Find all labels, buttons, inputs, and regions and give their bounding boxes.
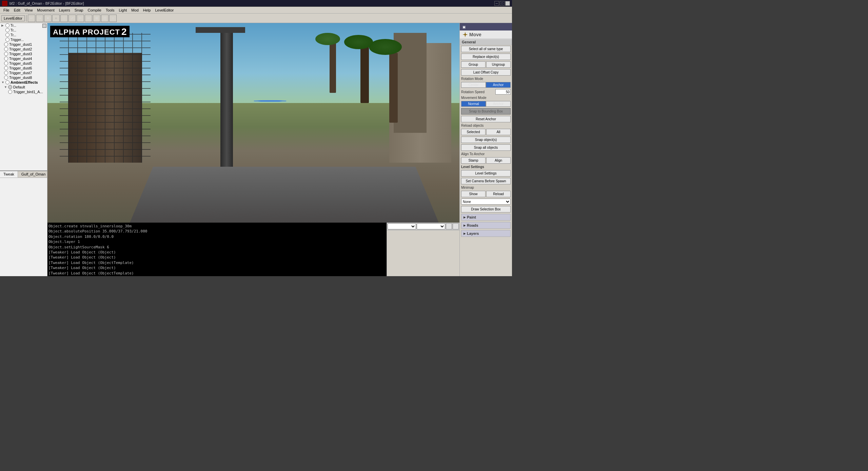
- toolbar-btn-8[interactable]: ✂: [85, 15, 92, 22]
- window-title: bf2 : Gulf_of_Oman - BF2Editor - [BF2Edi…: [9, 1, 84, 5]
- menu-edit[interactable]: Edit: [12, 7, 22, 13]
- rotation-center-btn[interactable]: Center: [461, 82, 486, 88]
- console-line-4: Object.layer 1: [48, 239, 386, 244]
- toolbar-leveleditor-label: LevelEditor: [1, 15, 25, 21]
- viewport-scene[interactable]: ALPHA PROJECT 2: [47, 23, 459, 223]
- last-offset-copy-btn[interactable]: Last Offset Copy: [461, 69, 511, 76]
- ungroup-btn[interactable]: Ungroup: [486, 61, 511, 68]
- all-btn[interactable]: All: [486, 129, 511, 135]
- viewport-container: ALPHA PROJECT 2: [47, 23, 459, 223]
- rotation-speed-input[interactable]: [495, 89, 511, 95]
- toolbar-btn-6[interactable]: ⤢: [68, 15, 76, 22]
- rotation-anchor-btn[interactable]: Anchor: [486, 82, 511, 88]
- bottom-right-panel: ↩ ✕: [387, 223, 459, 276]
- toolbar-btn-2[interactable]: ↪: [36, 15, 43, 22]
- level-settings-section-label: Level Settings: [460, 164, 512, 169]
- menu-view[interactable]: View: [23, 7, 35, 13]
- tab-gulf[interactable]: Gulf_of_Oman: [18, 171, 50, 178]
- tree-item-trigger-top1[interactable]: ▶ Tr...: [0, 23, 47, 28]
- tree-panel: ▶ Tr... Tr... Tr... Trigger...: [0, 23, 47, 170]
- tree-item-dust6[interactable]: Trigger_dust6: [0, 66, 47, 70]
- tree-item-dust8[interactable]: Trigger_dust8: [0, 75, 47, 80]
- select-same-type-btn[interactable]: Select all of same type: [461, 46, 511, 52]
- tree-item-dust5[interactable]: Trigger_dust5: [0, 61, 47, 66]
- menu-mod[interactable]: Mod: [129, 7, 140, 13]
- bottom-right-icon-1[interactable]: ↩: [446, 223, 452, 229]
- toolbar-btn-3[interactable]: ✦: [44, 15, 52, 22]
- close-button[interactable]: ✕: [505, 1, 510, 6]
- minimap-dropdown[interactable]: None: [461, 199, 511, 205]
- toolbar-separator: [26, 15, 26, 22]
- align-btn[interactable]: Align: [486, 157, 511, 164]
- bottom-right-icon-2[interactable]: ✕: [453, 223, 459, 229]
- reset-anchor-btn[interactable]: Reset Anchor: [461, 116, 511, 122]
- movement-normal-btn[interactable]: Normal: [461, 101, 486, 107]
- menubar: File Edit View Movement Layers Snap Comp…: [0, 7, 512, 14]
- console-line-3: Object.rotation 180.0/0.0/0.0: [48, 234, 386, 239]
- window-controls[interactable]: ─ □ ✕: [494, 1, 510, 6]
- tree-item-bird[interactable]: Trigger_bird1_A...: [0, 89, 47, 94]
- maximize-button[interactable]: □: [500, 1, 505, 6]
- menu-snap[interactable]: Snap: [73, 7, 85, 13]
- show-reload-row: Show Reload: [461, 191, 511, 197]
- move-title: Move: [469, 32, 481, 37]
- toolbar-btn-5[interactable]: ↕: [60, 15, 68, 22]
- stamp-align-row: Stamp Align: [461, 157, 511, 164]
- toolbar-btn-9[interactable]: ⊞: [93, 15, 100, 22]
- movement-mode-label: Movement Mode: [460, 95, 512, 100]
- reload-objects-label: Reload objects: [460, 123, 512, 128]
- tree-item-trigger-top3[interactable]: Tr...: [0, 33, 47, 37]
- snap-object-btn[interactable]: Snap object(s): [461, 137, 511, 143]
- minimize-button[interactable]: ─: [494, 1, 499, 6]
- level-settings-btn[interactable]: Level Settings: [461, 170, 511, 177]
- console-line-10: [Tweaker] Load Object (ObjectTemplate): [48, 271, 386, 276]
- snap-bounding-box-btn[interactable]: Snap to Bounding Box: [461, 108, 511, 115]
- tab-tweak[interactable]: Tweak: [0, 171, 18, 178]
- draw-selection-box-btn[interactable]: Draw Selection Box: [461, 206, 511, 212]
- toolbar-btn-10[interactable]: ⊡: [101, 15, 108, 22]
- tree-item-default[interactable]: ▼ Default: [0, 85, 47, 89]
- menu-file[interactable]: File: [1, 7, 12, 13]
- stamp-btn[interactable]: Stamp: [461, 157, 486, 164]
- toolbar-btn-4[interactable]: ○: [52, 15, 60, 22]
- tree-item-dust3[interactable]: Trigger_dust3: [0, 52, 47, 56]
- toolbar-btn-7[interactable]: ✏: [77, 15, 84, 22]
- tree-item-dust1[interactable]: Trigger_dust1: [0, 42, 47, 47]
- right-panel-header-text: ▣: [462, 25, 466, 29]
- tree-item-ambient[interactable]: ▼ AmbientEffects: [0, 80, 47, 85]
- console-line-6: [Tweaker] Load Object (Object): [48, 250, 386, 255]
- group-btn[interactable]: Group: [461, 61, 486, 68]
- set-camera-btn[interactable]: Set Camera Before Spawn: [461, 178, 511, 184]
- menu-compile[interactable]: Compile: [85, 7, 103, 13]
- show-btn[interactable]: Show: [461, 191, 486, 197]
- paint-section-header[interactable]: Paint: [461, 214, 511, 221]
- movement-anchor-btn[interactable]: Anchor: [486, 101, 511, 107]
- console-line-1: Object.create stnvalls_innersloop_30m: [48, 224, 386, 229]
- menu-movement[interactable]: Movement: [35, 7, 56, 13]
- tree-item-dust2[interactable]: Trigger_dust2: [0, 47, 47, 52]
- replace-objects-btn[interactable]: Replace object(s): [461, 54, 511, 60]
- snap-all-objects-btn[interactable]: Snap all objects: [461, 144, 511, 151]
- menu-help[interactable]: Help: [141, 7, 153, 13]
- tree-item-dust4[interactable]: Trigger_dust4: [0, 56, 47, 61]
- selected-btn[interactable]: Selected: [461, 129, 486, 135]
- toolbar-btn-11[interactable]: ☆: [109, 15, 117, 22]
- console-output: Object.create stnvalls_innersloop_30m Ob…: [47, 223, 387, 276]
- menu-light[interactable]: Light: [117, 7, 129, 13]
- tree-item-trigger-top2[interactable]: Tr...: [0, 28, 47, 33]
- menu-layers[interactable]: Layers: [57, 7, 72, 13]
- toolbar-btn-1[interactable]: ↩: [28, 15, 35, 22]
- bottom-inner: Object.create stnvalls_innersloop_30m Ob…: [47, 223, 459, 276]
- menu-leveleditor[interactable]: LevelEditor: [153, 7, 176, 13]
- tree-item-trigger-trigger[interactable]: Trigger...: [0, 37, 47, 42]
- menu-tools[interactable]: Tools: [104, 7, 117, 13]
- tree-close-button[interactable]: ✕: [42, 24, 46, 28]
- toolbar: LevelEditor ↩ ↪ ✦ ○ ↕ ⤢ ✏ ✂ ⊞ ⊡ ☆: [0, 14, 512, 23]
- layers-section-header[interactable]: Layers: [461, 230, 511, 237]
- reload-btn[interactable]: Reload: [486, 191, 511, 197]
- roads-section-header[interactable]: Roads: [461, 222, 511, 229]
- rotation-mode-label: Rotation Mode: [460, 76, 512, 81]
- bottom-select-1[interactable]: [388, 223, 416, 229]
- bottom-select-2[interactable]: [417, 223, 445, 229]
- tree-item-dust7[interactable]: Trigger_dust7: [0, 70, 47, 75]
